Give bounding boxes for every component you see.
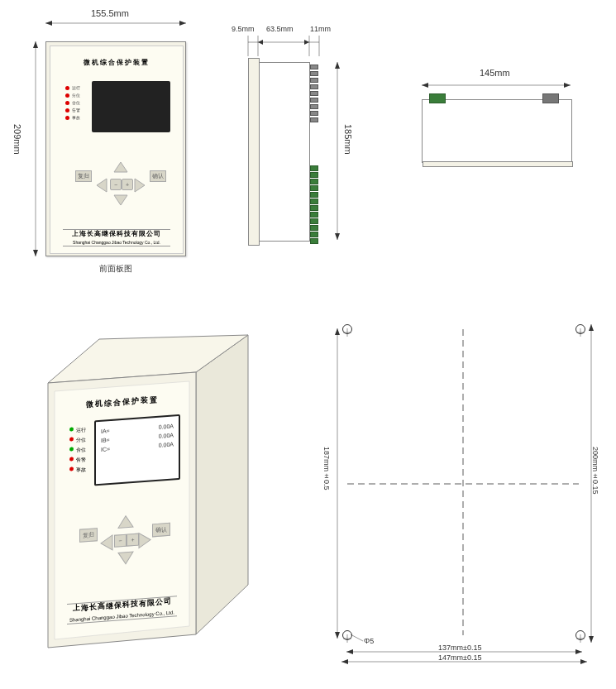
left-arrow-button[interactable] bbox=[95, 177, 108, 194]
svg-marker-0 bbox=[114, 162, 127, 172]
svg-marker-53 bbox=[575, 649, 582, 654]
svg-marker-17 bbox=[258, 40, 263, 45]
plus-button-3d[interactable]: + bbox=[127, 533, 139, 547]
svg-marker-9 bbox=[33, 250, 38, 256]
mount-hole-tl bbox=[342, 324, 352, 334]
svg-marker-8 bbox=[33, 41, 38, 48]
svg-marker-3 bbox=[135, 179, 145, 192]
terminal-block bbox=[310, 199, 318, 204]
connector-pin bbox=[310, 71, 318, 76]
device-title-3d: 微机综合保护装置 bbox=[55, 392, 189, 413]
terminal-block bbox=[310, 205, 318, 211]
mounting-diagram: 187mm±0.5 200mm±0.15 Φ5 137mm±0.15 147mm… bbox=[331, 323, 595, 653]
svg-marker-6 bbox=[179, 21, 186, 26]
svg-marker-25 bbox=[196, 335, 248, 634]
perspective-view: 微机综合保护装置 IA= IB= IC= 0.00A 0.00A 0.00A 运… bbox=[33, 327, 248, 641]
connector-pin bbox=[310, 111, 318, 116]
led-alarm bbox=[65, 108, 69, 112]
up-arrow-button[interactable] bbox=[112, 160, 129, 174]
mount-hole-br bbox=[575, 630, 585, 640]
connector-pin bbox=[310, 84, 318, 89]
terminal-block bbox=[310, 172, 318, 178]
svg-marker-5 bbox=[45, 21, 52, 26]
connector-pin bbox=[310, 117, 318, 122]
confirm-button[interactable]: 确认 bbox=[150, 170, 166, 182]
led-fault-3d bbox=[69, 467, 74, 471]
minus-button-3d[interactable]: − bbox=[114, 534, 127, 548]
led-label-5: 事故 bbox=[72, 114, 80, 122]
lcd-screen-3d: IA= IB= IC= 0.00A 0.00A 0.00A bbox=[94, 414, 180, 486]
company-name-cn: 上海长高继保科技有限公司 bbox=[50, 229, 183, 238]
led-label-1: 运行 bbox=[72, 84, 80, 92]
terminal-block bbox=[310, 185, 318, 191]
mount-hole-tr bbox=[575, 324, 585, 334]
terminal-block bbox=[310, 212, 318, 218]
minus-button[interactable]: − bbox=[110, 179, 122, 190]
front-panel-view: 微机综合保护装置 运行 分位 合位 告警 事故 复归 确认 bbox=[45, 41, 186, 256]
led-open-3d bbox=[69, 437, 74, 441]
mount-height-label: 187mm±0.5 bbox=[322, 447, 331, 490]
confirm-button-3d[interactable]: 确认 bbox=[152, 523, 170, 538]
terminal-block bbox=[310, 225, 318, 231]
device-title: 微机综合保护装置 bbox=[50, 58, 183, 67]
connector-pin bbox=[310, 98, 318, 103]
terminal-block bbox=[310, 218, 318, 224]
connector-pin bbox=[310, 65, 318, 69]
connector-pin bbox=[310, 104, 318, 109]
svg-marker-29 bbox=[118, 515, 133, 528]
svg-marker-46 bbox=[335, 632, 340, 639]
led-open bbox=[65, 93, 69, 98]
keypad: 复归 确认 − + bbox=[75, 162, 166, 220]
terminal-block bbox=[310, 238, 318, 244]
right-arrow-3d[interactable] bbox=[137, 530, 152, 549]
side-view bbox=[248, 58, 318, 244]
company-name-en: Shanghai Changgao Jibao Technology Co., … bbox=[50, 240, 183, 245]
svg-marker-32 bbox=[139, 533, 150, 548]
top-view bbox=[422, 99, 571, 161]
connector-pin bbox=[310, 78, 318, 83]
top-width-label: 145mm bbox=[480, 68, 510, 78]
down-arrow-button[interactable] bbox=[112, 194, 129, 207]
terminal-block bbox=[310, 179, 318, 184]
front-height-label: 209mm bbox=[12, 124, 22, 155]
led-close-3d bbox=[69, 447, 74, 451]
keypad-3d: 复归 确认 − + bbox=[79, 513, 170, 581]
svg-marker-55 bbox=[341, 659, 348, 664]
led-alarm-3d bbox=[69, 457, 74, 461]
left-arrow-3d[interactable] bbox=[99, 533, 114, 553]
side-height-label: 185mm bbox=[343, 124, 353, 155]
svg-marker-2 bbox=[97, 179, 107, 192]
svg-marker-20 bbox=[335, 62, 340, 69]
svg-marker-1 bbox=[114, 195, 127, 205]
svg-line-50 bbox=[351, 634, 363, 641]
svg-marker-49 bbox=[589, 636, 594, 643]
top-terminal bbox=[429, 93, 446, 103]
led-column bbox=[65, 86, 69, 123]
led-label-2: 分位 bbox=[72, 92, 80, 99]
svg-marker-24 bbox=[564, 83, 571, 88]
down-arrow-3d[interactable] bbox=[117, 550, 135, 567]
side-gap2-label: 11mm bbox=[310, 25, 331, 33]
led-run bbox=[65, 86, 69, 90]
reset-button-3d[interactable]: 复归 bbox=[79, 528, 98, 543]
led-run-3d bbox=[69, 427, 74, 431]
svg-marker-52 bbox=[346, 649, 353, 654]
svg-marker-18 bbox=[304, 40, 309, 45]
up-arrow-3d[interactable] bbox=[117, 514, 135, 530]
reset-button[interactable]: 复归 bbox=[75, 170, 92, 182]
side-depth-label: 63.5mm bbox=[266, 25, 294, 33]
terminal-block bbox=[310, 165, 318, 171]
lcd-screen bbox=[92, 81, 170, 132]
svg-marker-21 bbox=[335, 233, 340, 240]
side-gap1-label: 9.5mm bbox=[232, 25, 255, 33]
led-label-3: 合位 bbox=[72, 99, 80, 107]
svg-marker-45 bbox=[335, 328, 340, 335]
terminal-block bbox=[310, 232, 318, 237]
plus-button[interactable]: + bbox=[122, 179, 133, 190]
svg-marker-30 bbox=[118, 552, 133, 564]
svg-marker-48 bbox=[589, 324, 594, 331]
led-label-4: 告警 bbox=[72, 107, 80, 114]
svg-marker-56 bbox=[580, 659, 587, 664]
right-arrow-button[interactable] bbox=[133, 177, 146, 194]
front-caption: 前面板图 bbox=[99, 263, 132, 275]
